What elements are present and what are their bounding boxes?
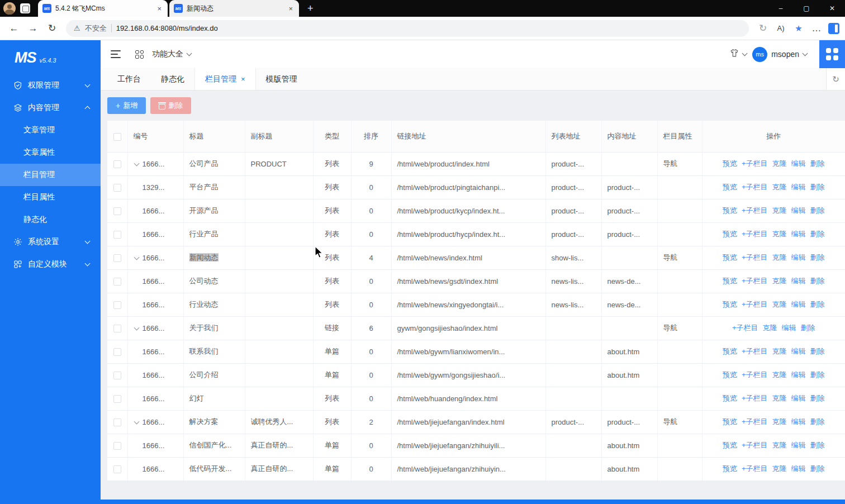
tab-workspace-icon[interactable] [20,3,30,13]
op-edit-link[interactable]: 编辑 [791,183,806,191]
op-clone-link[interactable]: 克隆 [763,324,777,332]
op-edit-link[interactable]: 编辑 [791,441,806,449]
op-delete-link[interactable]: 删除 [810,347,825,355]
row-checkbox[interactable] [113,419,121,426]
tab-close-icon[interactable]: × [287,4,295,13]
sidebar-item-category-management[interactable]: 栏目管理 [0,164,101,186]
op-edit-link[interactable]: 编辑 [791,464,806,473]
op-clone-link[interactable]: 克隆 [772,370,787,379]
tab-template-management[interactable]: 模版管理 [256,68,307,90]
op-clone-link[interactable]: 克隆 [772,183,787,191]
op-preview-link[interactable]: 预览 [723,417,737,426]
refresh-icon[interactable]: ↻ [826,68,845,90]
op-edit-link[interactable]: 编辑 [791,347,806,355]
row-checkbox[interactable] [113,160,121,168]
op-clone-link[interactable]: 克隆 [772,253,787,261]
op-edit-link[interactable]: 编辑 [791,277,806,285]
add-button[interactable]: + 新增 [107,97,146,114]
new-tab-button[interactable]: + [301,3,320,15]
op-preview-link[interactable]: 预览 [723,441,737,449]
op-delete-link[interactable]: 删除 [810,464,825,473]
op-delete-link[interactable]: 删除 [801,324,815,332]
expand-toggle-icon[interactable] [134,161,143,167]
row-checkbox[interactable] [113,372,121,379]
op-delete-link[interactable]: 删除 [810,183,825,191]
minimize-button[interactable]: – [768,0,794,17]
apps-grid-button[interactable] [819,40,845,68]
op-preview-link[interactable]: 预览 [723,464,737,473]
row-checkbox[interactable] [113,301,121,309]
reload-icon[interactable]: ↻ [44,20,60,37]
op-delete-link[interactable]: 删除 [810,394,825,402]
op-delete-link[interactable]: 删除 [810,277,825,285]
op-edit-link[interactable]: 编辑 [791,206,806,215]
row-checkbox[interactable] [113,348,121,356]
op-preview-link[interactable]: 预览 [723,159,737,168]
op-edit-link[interactable]: 编辑 [791,253,806,261]
expand-toggle-icon[interactable] [134,326,143,331]
op-clone-link[interactable]: 克隆 [772,159,787,168]
collapse-menu-icon[interactable] [111,50,121,58]
more-menu-icon[interactable]: … [808,20,825,37]
op-add-child-link[interactable]: +子栏目 [732,324,758,332]
maximize-button[interactable]: ▢ [794,0,819,17]
op-clone-link[interactable]: 克隆 [772,206,787,215]
browser-tab-inactive[interactable]: MS 新闻动态 × [169,0,299,17]
op-delete-link[interactable]: 删除 [810,206,825,215]
favorites-star-icon[interactable]: ★ [790,20,807,37]
close-button[interactable]: ✕ [819,0,845,17]
expand-toggle-icon[interactable] [134,255,143,261]
op-edit-link[interactable]: 编辑 [791,159,806,168]
sidebar-item-staticize[interactable]: 静态化 [0,208,101,231]
row-checkbox[interactable] [113,325,121,332]
op-add-child-link[interactable]: +子栏目 [742,277,768,285]
op-edit-link[interactable]: 编辑 [782,324,796,332]
op-edit-link[interactable]: 编辑 [791,300,806,308]
op-clone-link[interactable]: 克隆 [772,347,787,355]
op-preview-link[interactable]: 预览 [723,300,737,308]
sidebar-item-article-management[interactable]: 文章管理 [0,119,101,141]
op-preview-link[interactable]: 预览 [723,370,737,379]
op-add-child-link[interactable]: +子栏目 [742,253,768,261]
op-delete-link[interactable]: 删除 [810,253,825,261]
op-clone-link[interactable]: 克隆 [772,441,787,449]
row-checkbox[interactable] [113,278,121,286]
tab-workbench[interactable]: 工作台 [107,68,151,90]
sidebar-item-category-attributes[interactable]: 栏目属性 [0,186,101,208]
tab-close-icon[interactable]: × [155,4,163,13]
tab-category-management[interactable]: 栏目管理 × [194,68,256,90]
op-clone-link[interactable]: 克隆 [772,300,787,308]
browser-profile-icon[interactable] [3,2,16,15]
row-checkbox[interactable] [113,207,121,215]
op-clone-link[interactable]: 克隆 [772,277,787,285]
address-bar[interactable]: ⚠ 不安全 192.168.0.64:8080/ms/index.do [66,20,749,37]
op-edit-link[interactable]: 编辑 [791,394,806,402]
sidebar-item-custom-modules[interactable]: 自定义模块 [0,253,101,275]
row-checkbox[interactable] [113,395,121,403]
sidebar-item-content[interactable]: 内容管理 [0,97,101,119]
edge-sidebar-icon[interactable] [828,23,839,34]
op-delete-link[interactable]: 删除 [810,417,825,426]
delete-button[interactable]: 删除 [150,97,191,114]
op-delete-link[interactable]: 删除 [810,300,825,308]
op-add-child-link[interactable]: +子栏目 [742,347,768,355]
user-menu[interactable]: ms msopen [752,47,807,62]
theme-switcher[interactable] [729,48,747,60]
op-add-child-link[interactable]: +子栏目 [742,441,768,449]
sidebar-item-system-settings[interactable]: 系统设置 [0,231,101,253]
op-add-child-link[interactable]: +子栏目 [742,394,768,402]
op-preview-link[interactable]: 预览 [723,253,737,261]
row-checkbox[interactable] [113,231,121,239]
row-checkbox[interactable] [113,184,121,192]
op-edit-link[interactable]: 编辑 [791,370,806,379]
op-add-child-link[interactable]: +子栏目 [742,464,768,473]
op-add-child-link[interactable]: +子栏目 [742,417,768,426]
row-checkbox[interactable] [113,254,121,262]
read-aloud-icon[interactable]: A) [772,20,789,37]
op-delete-link[interactable]: 删除 [810,230,825,238]
op-edit-link[interactable]: 编辑 [791,230,806,238]
op-delete-link[interactable]: 删除 [810,441,825,449]
op-preview-link[interactable]: 预览 [723,183,737,191]
sidebar-item-permissions[interactable]: 权限管理 [0,74,101,97]
browser-tab-active[interactable]: MS 5.4.2 铭飞MCms × [38,0,168,17]
